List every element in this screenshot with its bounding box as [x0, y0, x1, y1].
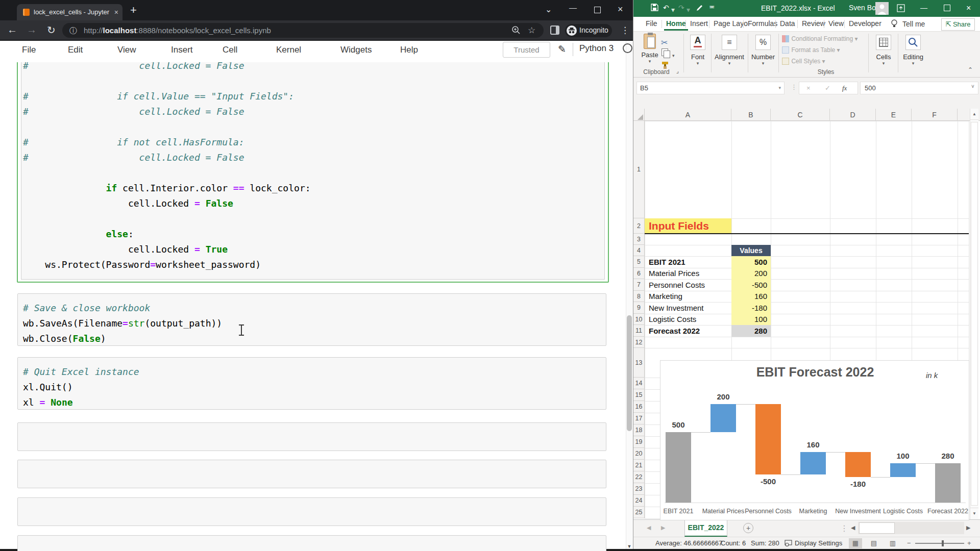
display-settings-icon[interactable]	[785, 540, 792, 546]
notebook-scrollbar[interactable]	[626, 41, 633, 551]
column-header-E[interactable]: E	[876, 109, 912, 121]
ribbon-tab-review[interactable]: Review	[800, 19, 827, 28]
cell-value-row11[interactable]: 280	[731, 325, 771, 337]
name-box[interactable]: B5▾	[636, 82, 785, 94]
row-header-1[interactable]: 1	[633, 121, 645, 218]
row-header-12[interactable]: 12	[633, 337, 645, 348]
menu-cell[interactable]: Cell	[223, 45, 237, 55]
menu-kernel[interactable]: Kernel	[276, 45, 301, 55]
cell-label-row10[interactable]: Logistic Costs	[649, 314, 696, 325]
ribbon-display-options-icon[interactable]	[897, 4, 905, 12]
cell-label-row7[interactable]: Personnel Costs	[649, 279, 705, 291]
row-header-19[interactable]: 19	[633, 436, 645, 448]
excel-maximize-button[interactable]	[944, 5, 950, 11]
row-header-21[interactable]: 21	[633, 460, 645, 471]
cell-value-row10[interactable]: 100	[731, 314, 771, 325]
zoom-slider[interactable]	[915, 543, 964, 544]
empty-code-cell[interactable]	[17, 460, 606, 488]
row-header-9[interactable]: 9	[633, 302, 645, 314]
row-header-5[interactable]: 5	[633, 256, 645, 268]
cell-b4-values-header[interactable]: Values	[731, 245, 771, 256]
row-header-7[interactable]: 7	[633, 279, 645, 291]
formula-input[interactable]: 500	[860, 82, 978, 94]
page-layout-view-button[interactable]: ▤	[867, 538, 880, 548]
row-header-4[interactable]: 4	[633, 245, 645, 256]
zoom-in-button[interactable]: +	[967, 539, 971, 547]
hscroll-left-icon[interactable]: ◀	[851, 524, 855, 531]
row-header-8[interactable]: 8	[633, 291, 645, 302]
ebit-forecast-chart[interactable]: EBIT Forecast 2022 in k 500EBIT 2021200M…	[660, 360, 969, 520]
excel-minimize-button[interactable]: —	[920, 4, 927, 12]
cut-icon[interactable]: ✂	[661, 38, 668, 47]
grid-vscrollbar[interactable]: ▲ ▼	[970, 109, 978, 519]
vscroll-thumb[interactable]	[971, 122, 978, 506]
menu-insert[interactable]: Insert	[171, 45, 193, 55]
divider-dots[interactable]: ⋮	[791, 83, 797, 91]
fx-icon[interactable]: fx	[842, 82, 847, 94]
column-header-B[interactable]: B	[731, 109, 771, 121]
sheet-nav-left-icon[interactable]: ◀	[647, 524, 651, 531]
copy-dropdown-icon[interactable]: ▾	[672, 50, 675, 59]
row-header-2[interactable]: 2	[633, 218, 645, 234]
row-header-3[interactable]: 3	[633, 234, 645, 245]
cell-label-row5[interactable]: EBIT 2021	[649, 256, 685, 268]
cell-value-row9[interactable]: -180	[731, 302, 771, 314]
hscrollbar[interactable]	[858, 522, 964, 534]
row-header-20[interactable]: 20	[633, 448, 645, 460]
zoom-slider-thumb[interactable]	[942, 540, 944, 546]
clipboard-dialog-launcher-icon[interactable]: ⌟	[676, 68, 679, 74]
cell-value-row5[interactable]: 500	[731, 256, 771, 268]
undo-dropdown-icon[interactable]: ▾	[671, 6, 675, 14]
cell-value-row7[interactable]: -500	[731, 279, 771, 291]
notebook-scrollbar-thumb[interactable]	[627, 315, 632, 431]
menu-file[interactable]: File	[22, 45, 36, 55]
normal-view-button[interactable]: ▦	[849, 538, 862, 548]
row-header-13[interactable]: 13	[633, 348, 645, 378]
column-header-C[interactable]: C	[771, 109, 830, 121]
cell-label-row8[interactable]: Marketing	[649, 291, 682, 302]
paste-button[interactable]: Paste ▾	[640, 34, 659, 64]
ribbon-tab-file[interactable]: File	[644, 19, 659, 28]
ribbon-tab-view[interactable]: View	[826, 19, 846, 28]
cells-group-button[interactable]: Cells ▾	[871, 35, 896, 66]
editing-group-button[interactable]: Editing ▾	[900, 35, 926, 66]
ribbon-tab-data[interactable]: Data	[778, 19, 797, 28]
row-header-6[interactable]: 6	[633, 268, 645, 279]
ribbon-tab-developer[interactable]: Developer	[847, 19, 884, 28]
select-all-button[interactable]	[633, 109, 645, 121]
zoom-out-button[interactable]: −	[907, 539, 911, 547]
new-sheet-button[interactable]: +	[743, 523, 753, 533]
share-button[interactable]: ⇱ Share	[941, 18, 975, 31]
trusted-button[interactable]: Trusted	[503, 42, 550, 58]
menu-view[interactable]: View	[117, 45, 136, 55]
cell-a2-input-fields[interactable]: Input Fields	[645, 218, 731, 233]
cell-label-row9[interactable]: New Investment	[649, 302, 704, 314]
tell-me-label[interactable]: Tell me	[902, 20, 925, 28]
row-header-22[interactable]: 22	[633, 471, 645, 483]
column-header-F[interactable]: F	[912, 109, 958, 121]
empty-code-cell[interactable]	[17, 422, 606, 451]
tab-scroll-divider-dots[interactable]: ⋮	[840, 523, 848, 533]
pen-icon[interactable]	[696, 4, 704, 12]
row-header-17[interactable]: 17	[633, 413, 645, 424]
row-header-18[interactable]: 18	[633, 424, 645, 436]
column-header-A[interactable]: A	[645, 109, 731, 121]
row-header-15[interactable]: 15	[633, 389, 645, 401]
save-icon[interactable]	[651, 4, 658, 11]
ribbon-tab-home[interactable]: Home	[664, 19, 688, 31]
menu-help[interactable]: Help	[400, 45, 418, 55]
empty-code-cell[interactable]	[17, 497, 606, 526]
row-header-25[interactable]: 25	[633, 507, 645, 518]
number-group-button[interactable]: % Number ▾	[749, 35, 777, 66]
sheet-nav-right-icon[interactable]: ▶	[661, 524, 665, 531]
expand-formula-bar-icon[interactable]: ˅	[971, 84, 974, 89]
row-header-23[interactable]: 23	[633, 483, 645, 495]
undo-icon[interactable]: ↶	[663, 4, 669, 12]
copy-icon[interactable]	[662, 48, 668, 56]
hscroll-thumb[interactable]	[859, 522, 895, 534]
quick-access-customize-icon[interactable]: ≖	[709, 3, 715, 11]
alignment-group-button[interactable]: ≡ Alignment ▾	[713, 35, 746, 66]
row-header-24[interactable]: 24	[633, 495, 645, 507]
menu-widgets[interactable]: Widgets	[340, 45, 372, 55]
page-break-view-button[interactable]: ▥	[886, 538, 899, 548]
